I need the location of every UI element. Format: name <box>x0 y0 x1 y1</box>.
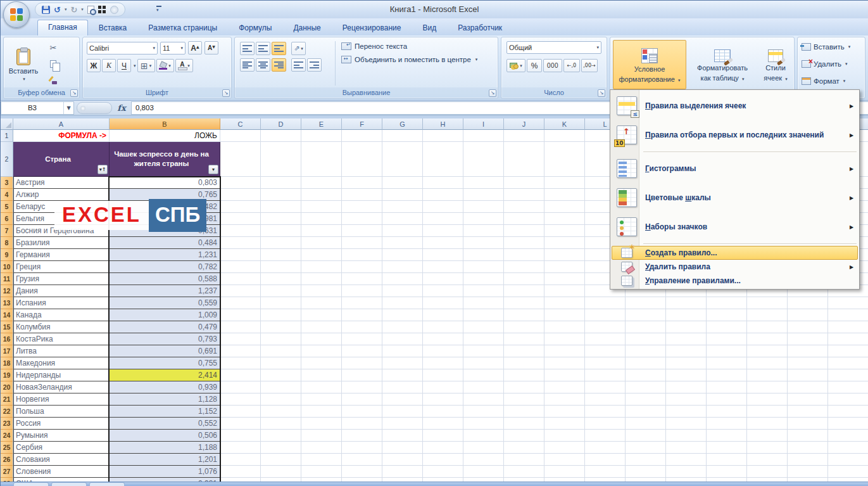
menu-item-new-rule[interactable]: Создать правило... <box>612 246 858 260</box>
cell-12-filler[interactable] <box>220 285 261 297</box>
cell-16-filler[interactable] <box>220 333 261 345</box>
cell-26-filler[interactable] <box>504 454 544 466</box>
cell-13-filler[interactable] <box>504 297 544 309</box>
cell-19-filler[interactable] <box>626 369 666 381</box>
cell-B23[interactable]: 0,552 <box>110 418 220 430</box>
cell-3-filler[interactable] <box>261 177 301 189</box>
cell-B18[interactable]: 0,755 <box>110 357 220 369</box>
cell-19-filler[interactable] <box>585 369 626 381</box>
cell-3-filler[interactable] <box>382 177 423 189</box>
cell-26-filler[interactable] <box>788 454 828 466</box>
menu-item-highlight-cells-rules[interactable]: Правила выделения ячеек▶ <box>612 91 858 120</box>
cell-16-filler[interactable] <box>707 333 747 345</box>
cell-13-filler[interactable] <box>342 297 382 309</box>
cell-19-filler[interactable] <box>342 369 382 381</box>
cell-3-filler[interactable] <box>544 177 585 189</box>
underline-dropdown-icon[interactable]: ▾ <box>134 63 136 68</box>
cell-7-filler[interactable] <box>342 225 382 237</box>
menu-item-top-bottom-rules[interactable]: Правила отбора первых и последних значен… <box>612 120 858 150</box>
customize-qat-icon[interactable]: ▾ <box>156 6 161 13</box>
cell-11-filler[interactable] <box>544 273 585 285</box>
round-button-icon[interactable] <box>110 6 118 14</box>
cell-15-filler[interactable] <box>544 321 585 333</box>
cell-18-filler[interactable] <box>463 357 504 369</box>
cell-14-filler[interactable] <box>463 309 504 321</box>
cell-14-filler[interactable] <box>261 309 301 321</box>
cell-27-filler[interactable] <box>788 466 828 478</box>
cell-22-filler[interactable] <box>342 406 382 418</box>
borders-button[interactable]: ⊞ ▾ <box>137 59 155 72</box>
cell-18-filler[interactable] <box>504 357 544 369</box>
cell-6-filler[interactable] <box>463 213 504 225</box>
cell-24-filler[interactable] <box>666 430 707 442</box>
cell-3-filler[interactable] <box>220 177 261 189</box>
undo-dropdown-icon[interactable]: ▾ <box>65 7 67 12</box>
cell-21-filler[interactable] <box>828 393 868 406</box>
cell-16-filler[interactable] <box>626 333 666 345</box>
cell-15-filler[interactable] <box>423 321 463 333</box>
cell-27-filler[interactable] <box>585 466 626 478</box>
cell-15-filler[interactable] <box>626 321 666 333</box>
cell-6-filler[interactable] <box>342 213 382 225</box>
cell-24-filler[interactable] <box>504 430 544 442</box>
cell-17-filler[interactable] <box>747 345 788 357</box>
cell-13-filler[interactable] <box>544 297 585 309</box>
column-header-D[interactable]: D <box>261 118 301 130</box>
cell-20-filler[interactable] <box>301 381 342 393</box>
cell-22-filler[interactable] <box>666 406 707 418</box>
cell-19-filler[interactable] <box>666 369 707 381</box>
cell-4-filler[interactable] <box>382 189 423 201</box>
cell-8-filler[interactable] <box>544 237 585 249</box>
cell-18-filler[interactable] <box>626 357 666 369</box>
select-all-corner[interactable] <box>1 118 13 130</box>
tab-data[interactable]: Данные <box>282 21 331 35</box>
cell-19-filler[interactable] <box>220 369 261 381</box>
menu-item-clear-rules[interactable]: Удалить правила▶ <box>612 260 858 274</box>
cell-11-filler[interactable] <box>504 273 544 285</box>
cell-B19[interactable]: 2,414 <box>110 369 220 381</box>
align-bottom-button[interactable] <box>272 42 286 55</box>
cell-20-filler[interactable] <box>261 381 301 393</box>
column-header-H[interactable]: H <box>423 118 463 130</box>
cell-A24[interactable]: Румыния <box>13 430 110 442</box>
cell-1-filler[interactable] <box>504 130 544 142</box>
cell-3-filler[interactable] <box>301 177 342 189</box>
row-header-21[interactable]: 21 <box>1 393 13 406</box>
format-as-table-button[interactable]: Форматировать как таблицу ▾ <box>689 40 756 89</box>
cell-18-filler[interactable] <box>788 357 828 369</box>
font-family-combo[interactable]: Calibri ▾ <box>87 42 158 54</box>
cell-17-filler[interactable] <box>382 345 423 357</box>
font-size-combo[interactable]: 11 ▾ <box>160 42 186 54</box>
cell-20-filler[interactable] <box>463 381 504 393</box>
cell-13-filler[interactable] <box>788 297 828 309</box>
cell-5-filler[interactable] <box>423 201 463 213</box>
cell-23-filler[interactable] <box>504 418 544 430</box>
cell-8-filler[interactable] <box>463 237 504 249</box>
cell-20-filler[interactable] <box>382 381 423 393</box>
redo-icon[interactable]: ↻ <box>70 6 77 14</box>
cell-8-filler[interactable] <box>504 237 544 249</box>
cell-17-filler[interactable] <box>585 345 626 357</box>
cell-B8[interactable]: 0,484 <box>110 237 220 249</box>
cell-12-filler[interactable] <box>261 285 301 297</box>
cell-23-filler[interactable] <box>666 418 707 430</box>
increase-decimal-button[interactable]: ←,0 <box>563 59 580 72</box>
cell-22-filler[interactable] <box>382 406 423 418</box>
insert-function-icon[interactable]: fx <box>112 103 131 113</box>
cell-20-filler[interactable] <box>220 381 261 393</box>
cell-5-filler[interactable] <box>544 201 585 213</box>
fill-color-button[interactable]: ▾ <box>156 59 174 72</box>
cell-19-filler[interactable] <box>747 369 788 381</box>
cell-7-filler[interactable] <box>423 225 463 237</box>
cell-22-filler[interactable] <box>828 406 868 418</box>
save-icon[interactable] <box>42 6 50 14</box>
cell-27-filler[interactable] <box>463 466 504 478</box>
cell-16-filler[interactable] <box>382 333 423 345</box>
cell-15-filler[interactable] <box>585 321 626 333</box>
grid-view-icon[interactable] <box>98 6 106 14</box>
cell-2-filler[interactable] <box>301 142 342 177</box>
cell-21-filler[interactable] <box>788 393 828 406</box>
cell-14-filler[interactable] <box>423 309 463 321</box>
row-header-15[interactable]: 15 <box>1 321 13 333</box>
cell-8-filler[interactable] <box>382 237 423 249</box>
